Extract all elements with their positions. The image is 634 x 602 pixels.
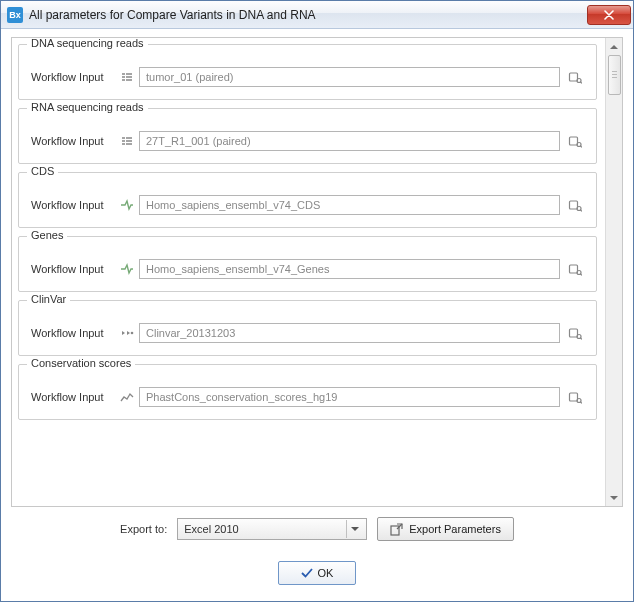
browse-icon [568,70,582,84]
svg-line-18 [580,402,582,403]
cds-input-field[interactable] [139,195,560,215]
chevron-up-icon [610,44,618,50]
svg-point-10 [577,271,581,275]
dna-input-field[interactable] [139,67,560,87]
browse-icon [568,198,582,212]
svg-rect-13 [570,329,578,337]
svg-rect-9 [570,265,578,273]
ok-button-label: OK [318,567,334,579]
browse-button[interactable] [564,259,586,279]
browse-button[interactable] [564,67,586,87]
export-format-selected: Excel 2010 [184,523,346,535]
browse-button[interactable] [564,131,586,151]
genes-input-field[interactable] [139,259,560,279]
rna-input-field[interactable] [139,131,560,151]
close-icon [604,10,614,20]
svg-point-4 [577,143,581,147]
clinvar-input-field[interactable] [139,323,560,343]
vertical-scrollbar[interactable] [605,38,622,506]
ok-row: OK [11,545,623,591]
scroll-thumb[interactable] [608,55,621,95]
input-label: Workflow Input [29,199,115,211]
track-icon [119,197,135,213]
export-row: Export to: Excel 2010 Export Parameters [11,507,623,545]
chevron-down-icon [610,495,618,501]
group-dna-sequencing-reads: DNA sequencing reads Workflow Input [18,44,597,100]
row-clinvar-input: Workflow Input [29,323,586,343]
scroll-down-button[interactable] [608,491,621,504]
group-title: DNA sequencing reads [27,38,148,49]
input-label: Workflow Input [29,327,115,339]
group-title: ClinVar [27,293,70,305]
svg-point-12 [131,332,134,335]
dialog-window: Bx All parameters for Compare Variants i… [0,0,634,602]
browse-icon [568,262,582,276]
svg-point-7 [577,207,581,211]
browse-icon [568,390,582,404]
input-label: Workflow Input [29,391,115,403]
export-parameters-button[interactable]: Export Parameters [377,517,514,541]
svg-line-5 [580,146,582,147]
browse-icon [568,134,582,148]
graph-track-icon [119,389,135,405]
svg-rect-19 [391,526,399,535]
reads-paired-icon [119,133,135,149]
scroll-up-button[interactable] [608,40,621,53]
check-icon [301,567,313,579]
svg-point-1 [577,79,581,83]
input-label: Workflow Input [29,263,115,275]
chevron-down-icon [351,526,359,532]
svg-line-2 [580,82,582,83]
scroll-track[interactable] [608,55,621,489]
svg-rect-3 [570,137,578,145]
parameters-content: DNA sequencing reads Workflow Input [12,38,605,506]
browse-icon [568,326,582,340]
group-title: Genes [27,229,67,241]
app-icon: Bx [7,7,23,23]
input-label: Workflow Input [29,135,115,147]
svg-rect-6 [570,201,578,209]
svg-rect-0 [570,73,578,81]
input-label: Workflow Input [29,71,115,83]
window-title: All parameters for Compare Variants in D… [29,8,587,22]
annotation-track-icon [119,325,135,341]
group-conservation-scores: Conservation scores Workflow Input [18,364,597,420]
export-icon [390,523,403,536]
svg-rect-16 [570,393,578,401]
titlebar: Bx All parameters for Compare Variants i… [1,1,633,29]
group-title: CDS [27,165,58,177]
group-title: Conservation scores [27,357,135,369]
svg-line-15 [580,338,582,339]
ok-button[interactable]: OK [278,561,356,585]
browse-button[interactable] [564,323,586,343]
combo-arrow [346,520,362,538]
parameters-panel: DNA sequencing reads Workflow Input [11,37,623,507]
group-cds: CDS Workflow Input [18,172,597,228]
group-title: RNA sequencing reads [27,101,148,113]
track-icon [119,261,135,277]
reads-paired-icon [119,69,135,85]
svg-point-14 [577,335,581,339]
svg-line-11 [580,274,582,275]
browse-button[interactable] [564,195,586,215]
svg-point-17 [577,399,581,403]
group-clinvar: ClinVar Workflow Input [18,300,597,356]
svg-line-8 [580,210,582,211]
export-button-label: Export Parameters [409,523,501,535]
row-conservation-input: Workflow Input [29,387,586,407]
row-cds-input: Workflow Input [29,195,586,215]
row-genes-input: Workflow Input [29,259,586,279]
client-area: DNA sequencing reads Workflow Input [1,29,633,601]
group-rna-sequencing-reads: RNA sequencing reads Workflow Input [18,108,597,164]
export-format-combo[interactable]: Excel 2010 [177,518,367,540]
export-to-label: Export to: [120,523,167,535]
close-button[interactable] [587,5,631,25]
conservation-input-field[interactable] [139,387,560,407]
group-genes: Genes Workflow Input [18,236,597,292]
row-dna-input: Workflow Input [29,67,586,87]
browse-button[interactable] [564,387,586,407]
row-rna-input: Workflow Input [29,131,586,151]
